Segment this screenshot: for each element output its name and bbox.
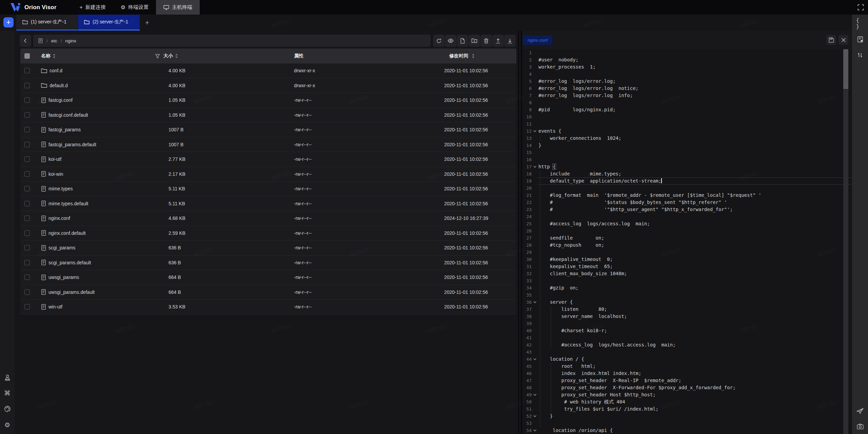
table-row[interactable]: default.d4.00 KBdrwxr-xr-x2020-11-01 10:… (20, 78, 516, 93)
code-line-46[interactable]: 46 index index.html index.htm; (522, 370, 852, 377)
row-checkbox[interactable] (24, 230, 30, 236)
back-button[interactable] (20, 35, 31, 47)
code-line-43[interactable]: 43 (522, 348, 852, 356)
nav-item-terminal-settings[interactable]: ⚙ 终端设置 (113, 0, 156, 15)
upload-button[interactable] (492, 35, 504, 47)
table-row[interactable]: fastcgi_params1007 B-rw-r--r--2020-11-01… (20, 122, 516, 137)
code-line-49[interactable]: 49 proxy_set_header Host $http_host; (522, 391, 852, 398)
code-line-3[interactable]: 3worker_processes 1; (522, 63, 852, 71)
code-line-33[interactable]: 33 (522, 277, 852, 284)
code-line-35[interactable]: 35 (522, 291, 852, 299)
table-row[interactable]: fastcgi_params.default1007 B-rw-r--r--20… (20, 137, 516, 152)
table-row[interactable]: win-utf3.53 KB-rw-r--r--2020-11-01 10:02… (20, 300, 516, 315)
row-checkbox[interactable] (24, 289, 30, 295)
code-line-7[interactable]: 7#error_log logs/error.log info; (522, 92, 852, 99)
code-line-6[interactable]: 6#error_log logs/error.log notice; (522, 85, 852, 92)
code-line-26[interactable]: 26 (522, 227, 852, 234)
code-line-47[interactable]: 47 proxy_set_header X-Real-IP $remote_ad… (522, 377, 852, 384)
show-hidden-button[interactable] (445, 35, 456, 47)
code-line-45[interactable]: 45 root html; (522, 363, 852, 370)
table-row[interactable]: fastcgi.conf1.05 KB-rw-r--r--2020-11-01 … (20, 93, 516, 108)
row-checkbox[interactable] (24, 215, 30, 221)
code-line-22[interactable]: 22 # '$status $body_bytes_sent "$http_re… (522, 199, 852, 206)
row-checkbox[interactable] (24, 245, 30, 250)
code-line-48[interactable]: 48 proxy_set_header X-Forwarded-For $pro… (522, 384, 852, 391)
code-line-19[interactable]: 19 default_type application/octet-stream… (522, 177, 852, 185)
code-line-21[interactable]: 21 #log_format main '$remote_addr - $rem… (522, 192, 852, 199)
code-line-54[interactable]: 54 location /orion/api { (522, 427, 852, 434)
user-icon[interactable] (4, 374, 11, 381)
table-row[interactable]: koi-win2.17 KB-rw-r--r--2020-11-01 10:02… (20, 167, 516, 182)
code-line-2[interactable]: 2#user nobody; (522, 56, 852, 63)
code-line-20[interactable]: 20 (522, 185, 852, 192)
column-size[interactable]: 大小 (153, 53, 294, 59)
code-line-16[interactable]: 16 (522, 156, 852, 163)
code-editor[interactable]: 12#user nobody;3worker_processes 1;45#er… (522, 49, 852, 434)
code-line-28[interactable]: 28 #tcp_nopush on; (522, 242, 852, 249)
row-checkbox[interactable] (24, 304, 30, 309)
code-line-29[interactable]: 29 (522, 249, 852, 256)
code-line-8[interactable]: 8 (522, 99, 852, 106)
file-info-icon[interactable] (856, 35, 864, 43)
send-command-icon[interactable] (856, 407, 864, 415)
code-line-32[interactable]: 32 client_max_body_size 1048m; (522, 270, 852, 277)
code-line-14[interactable]: 14} (522, 142, 852, 149)
table-row[interactable]: uwsgi_params664 B-rw-r--r--2020-11-01 10… (20, 270, 516, 285)
braces-icon[interactable]: { } (856, 19, 864, 27)
command-icon[interactable]: ⌘ (4, 390, 11, 397)
row-checkbox[interactable] (24, 171, 30, 177)
table-row[interactable]: fastcgi.conf.default1.05 KB-rw-r--r--202… (20, 108, 516, 123)
code-line-18[interactable]: 18 include mime.types; (522, 170, 852, 177)
code-line-30[interactable]: 30 #keepalive_timeout 0; (522, 256, 852, 263)
fold-chevron-icon[interactable] (532, 128, 538, 135)
fullscreen-icon[interactable] (857, 4, 864, 11)
row-checkbox[interactable] (24, 127, 30, 132)
download-button[interactable] (504, 35, 516, 47)
fold-chevron-icon[interactable] (532, 163, 538, 170)
code-line-34[interactable]: 34 #gzip on; (522, 284, 852, 291)
settings-gear-icon[interactable]: ⚙ (4, 421, 11, 429)
row-checkbox[interactable] (24, 68, 30, 73)
table-row[interactable]: nginx.conf.default2.59 KB-rw-r--r--2020-… (20, 226, 516, 241)
code-line-25[interactable]: 25 #access_log logs/access.log main; (522, 220, 852, 227)
screenshot-camera-icon[interactable] (856, 422, 864, 430)
table-row[interactable]: mime.types5.11 KB-rw-r--r--2020-11-01 10… (20, 182, 516, 196)
nav-item-host-terminal[interactable]: 主机终端 (156, 0, 200, 15)
fold-chevron-icon[interactable] (532, 427, 538, 434)
code-line-12[interactable]: 12events { (522, 128, 852, 135)
save-button[interactable] (826, 35, 836, 45)
tab-server-2-active[interactable]: (2) server-生产-1 (78, 15, 140, 31)
table-row[interactable]: mime.types.default5.11 KB-rw-r--r--2020-… (20, 196, 516, 211)
row-checkbox[interactable] (24, 83, 30, 88)
row-checkbox[interactable] (24, 156, 30, 162)
row-checkbox[interactable] (24, 275, 30, 280)
close-editor-button[interactable] (839, 35, 848, 45)
code-line-37[interactable]: 37 listen 80; (522, 306, 852, 313)
fold-chevron-icon[interactable] (532, 413, 538, 420)
sort-order-icon[interactable] (856, 51, 864, 59)
tab-server-1[interactable]: (1) server-生产-1 (16, 15, 78, 31)
table-row[interactable]: scgi_params.default636 B-rw-r--r--2020-1… (20, 256, 516, 270)
breadcrumb-etc[interactable]: etc (51, 38, 57, 43)
table-row[interactable]: nginx.conf4.68 KB-rw-r--r--2024-12-10 16… (20, 211, 516, 226)
refresh-button[interactable] (433, 35, 445, 47)
code-line-39[interactable]: 39 (522, 320, 852, 327)
code-line-15[interactable]: 15 (522, 149, 852, 156)
nav-item-new-connection[interactable]: + 新建连接 (72, 0, 113, 15)
code-line-17[interactable]: 17http { (522, 163, 852, 170)
code-line-53[interactable]: 53 (522, 420, 852, 427)
editor-tab-nginx-conf[interactable]: nginx.conf (523, 35, 552, 45)
fold-chevron-icon[interactable] (532, 391, 538, 398)
code-line-51[interactable]: 51 try_files $uri $uri/ /index.html; (522, 405, 852, 413)
code-line-13[interactable]: 13 worker_connections 1024; (522, 135, 852, 142)
new-connection-button[interactable]: + (3, 17, 14, 27)
code-line-44[interactable]: 44 location / { (522, 356, 852, 363)
row-checkbox[interactable] (24, 186, 30, 191)
code-line-23[interactable]: 23 # '"$http_user_agent" "$http_x_forwar… (522, 206, 852, 213)
code-line-41[interactable]: 41 (522, 334, 852, 341)
sort-icon[interactable] (53, 54, 56, 58)
code-line-4[interactable]: 4 (522, 71, 852, 78)
sort-icon[interactable] (175, 54, 178, 58)
row-checkbox[interactable] (24, 201, 30, 206)
code-line-31[interactable]: 31 keepalive_timeout 65; (522, 263, 852, 270)
